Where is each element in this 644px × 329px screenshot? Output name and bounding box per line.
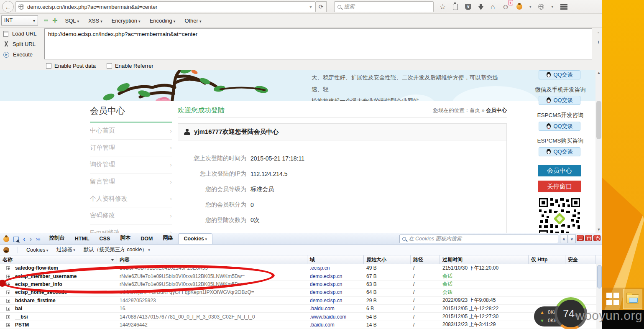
execute-button[interactable]: Execute bbox=[3, 51, 43, 58]
url-text[interactable]: demo.ecisp.cn/index.php?ac=membermain&at… bbox=[27, 4, 309, 10]
filter-menu[interactable]: 过滤器 bbox=[56, 246, 75, 253]
menu-encoding[interactable]: Encoding bbox=[150, 18, 176, 24]
expand-icon[interactable] bbox=[6, 266, 10, 270]
chevron-down-icon[interactable]: ▾ bbox=[529, 5, 532, 9]
expand-icon[interactable] bbox=[6, 275, 10, 278]
panel-up-button[interactable]: ∧ bbox=[560, 235, 568, 243]
column-httponly[interactable]: 仅 Http bbox=[529, 255, 565, 264]
column-value[interactable]: 内容 bbox=[117, 255, 307, 264]
back-button[interactable]: ← bbox=[2, 1, 14, 13]
cookie-row[interactable]: bai16. .baidu.com6 B /2015/12/05 上午12:28… bbox=[0, 305, 602, 313]
history-back-icon[interactable]: ‹ bbox=[23, 237, 26, 242]
qq-chat-button[interactable]: QQ交谈 bbox=[539, 96, 580, 105]
command-line-icon[interactable]: ›≡ bbox=[36, 236, 40, 242]
cookie-row[interactable]: safedog-flow-itemB5B3F45B791B0E04102145F… bbox=[0, 264, 602, 272]
column-domain[interactable]: 域 bbox=[307, 255, 364, 264]
scroll-up-icon[interactable]: ▲ bbox=[595, 70, 602, 76]
page-scrollbar[interactable]: ▲ ▼ bbox=[595, 70, 602, 233]
menu-xss[interactable]: XSS bbox=[88, 18, 102, 24]
sidebar-item-inquiry[interactable]: 询价管理› bbox=[90, 156, 172, 173]
expand-icon[interactable] bbox=[6, 299, 10, 303]
checkbox-icon[interactable] bbox=[107, 63, 112, 69]
enable-referrer-checkbox[interactable]: Enable Referrer bbox=[107, 63, 153, 69]
sidebar-item-email[interactable]: E-mail修改› bbox=[90, 224, 172, 233]
firebug-search-box[interactable]: 在 Cookies 面板内搜索 bbox=[399, 235, 558, 243]
tab-css[interactable]: CSS bbox=[95, 234, 115, 244]
cookie-row[interactable]: ecisp_member_usernamerNvle6ZUfe7o1e09USb… bbox=[0, 272, 602, 280]
cookie-row[interactable]: PSTM1449246442 .baidu.com14 B /2083/12/2… bbox=[0, 321, 602, 329]
firebug-scrollbar[interactable] bbox=[596, 264, 602, 329]
inspect-element-icon[interactable] bbox=[13, 237, 19, 242]
hackbar-mode-select[interactable]: INT ▾ bbox=[1, 15, 38, 26]
scroll-down-icon[interactable]: ▼ bbox=[595, 227, 602, 233]
column-path[interactable]: 路径 bbox=[411, 255, 440, 264]
sidebar-item-orders[interactable]: 订单管理› bbox=[90, 140, 172, 157]
chat-smiley-icon[interactable]: ☺1 bbox=[502, 3, 509, 10]
policy-menu[interactable]: 默认（接受第三方 cookie） bbox=[84, 246, 150, 253]
scrollbar-thumb[interactable] bbox=[597, 265, 602, 288]
tab-dom[interactable]: DOM bbox=[135, 234, 158, 244]
menu-other[interactable]: Other bbox=[184, 18, 201, 24]
reload-button[interactable]: ⟳ bbox=[316, 1, 327, 12]
scrollbar-thumb[interactable] bbox=[596, 101, 601, 139]
windows-start-icon[interactable] bbox=[606, 293, 619, 305]
enable-post-checkbox[interactable]: Enable Post data bbox=[46, 63, 96, 69]
menu-encryption[interactable]: Encryption bbox=[112, 18, 141, 24]
sidebar-item-messages[interactable]: 留言管理› bbox=[90, 173, 172, 191]
tab-html[interactable]: HTML bbox=[70, 234, 95, 244]
sidebar-item-profile[interactable]: 个人资料修改› bbox=[90, 190, 172, 207]
cookies-menu[interactable]: Cookies bbox=[26, 247, 48, 253]
tab-console[interactable]: 控制台 bbox=[44, 232, 70, 244]
tab-script[interactable]: 脚本 bbox=[115, 232, 135, 244]
checkbox-icon[interactable] bbox=[46, 63, 51, 69]
url-dropdown-icon[interactable]: ▼ bbox=[309, 5, 313, 9]
split-url-button[interactable]: Split URL bbox=[3, 41, 43, 47]
column-name[interactable]: 名称 bbox=[0, 255, 117, 264]
panel-down-button[interactable]: ∨ bbox=[568, 235, 576, 243]
menu-hamburger-icon[interactable] bbox=[560, 4, 567, 5]
proxy-globe-icon[interactable] bbox=[538, 4, 544, 10]
history-forward-icon[interactable]: › bbox=[30, 237, 32, 242]
tab-net[interactable]: 网络 bbox=[158, 232, 178, 244]
column-expires[interactable]: 过期时间 bbox=[440, 255, 529, 264]
tab-cookies[interactable]: Cookies bbox=[178, 233, 212, 244]
increase-icon[interactable]: ✛ bbox=[52, 17, 58, 24]
performance-gauge[interactable]: 74 % bbox=[555, 297, 587, 329]
decrease-icon[interactable] bbox=[44, 20, 48, 21]
qq-chat-button[interactable]: QQ交谈 bbox=[539, 70, 580, 79]
load-url-button[interactable]: Load URL bbox=[3, 31, 43, 37]
url-bar[interactable]: demo.ecisp.cn/index.php?ac=membermain&at… bbox=[15, 1, 316, 12]
firebug-icon[interactable] bbox=[516, 4, 522, 10]
close-window-button[interactable]: 关停窗口 bbox=[538, 181, 581, 192]
expand-icon[interactable] bbox=[6, 323, 10, 327]
cookie-paw-icon[interactable] bbox=[3, 247, 9, 253]
cookie-row[interactable]: __bsi14708874137015767781_00_0_I_R_3_030… bbox=[0, 313, 602, 321]
downloads-icon[interactable] bbox=[478, 6, 483, 10]
hackbar-url-textarea[interactable]: http://demo.ecisp.cn/index.php?ac=member… bbox=[44, 28, 592, 59]
cookie-row[interactable]: ecisp_member_inforNvle6ZUfe7o1e09USbIx0V… bbox=[0, 281, 602, 288]
pocket-icon[interactable]: ∨ bbox=[465, 4, 471, 10]
home-icon[interactable]: ⌂ bbox=[491, 3, 495, 10]
reader-clipboard-icon[interactable] bbox=[453, 4, 458, 10]
cookie-row[interactable]: ecisp_home_seccodemhMeWjzAFTGrBdKFqyGFFq… bbox=[0, 288, 602, 296]
file-explorer-taskbar-button[interactable] bbox=[623, 289, 642, 309]
expand-icon[interactable] bbox=[6, 307, 10, 311]
firebug-close-button[interactable] bbox=[593, 235, 601, 241]
expand-icon[interactable] bbox=[6, 283, 10, 286]
bookmark-star-icon[interactable]: ☆ bbox=[440, 3, 446, 10]
member-center-button[interactable]: 会员中心 bbox=[538, 165, 581, 176]
shrink-textarea-button[interactable]: - bbox=[595, 29, 601, 36]
chevron-down-icon[interactable]: ▾ bbox=[551, 5, 553, 9]
sidebar-item-home[interactable]: 中心首页› bbox=[90, 122, 172, 140]
qq-chat-button[interactable]: QQ交谈 bbox=[539, 122, 580, 131]
sidebar-item-password[interactable]: 密码修改› bbox=[90, 207, 172, 224]
expand-icon[interactable] bbox=[6, 315, 10, 319]
menu-sql[interactable]: SQL bbox=[65, 18, 79, 24]
search-box[interactable]: 搜索 bbox=[334, 1, 434, 12]
firebug-minimize-button[interactable] bbox=[577, 235, 584, 241]
grow-textarea-button[interactable]: + bbox=[595, 39, 601, 45]
expand-icon[interactable] bbox=[6, 291, 10, 294]
firebug-menu-icon[interactable] bbox=[3, 236, 9, 242]
firebug-detach-button[interactable] bbox=[585, 235, 592, 241]
qq-chat-button[interactable]: QQ交谈 bbox=[539, 147, 580, 156]
